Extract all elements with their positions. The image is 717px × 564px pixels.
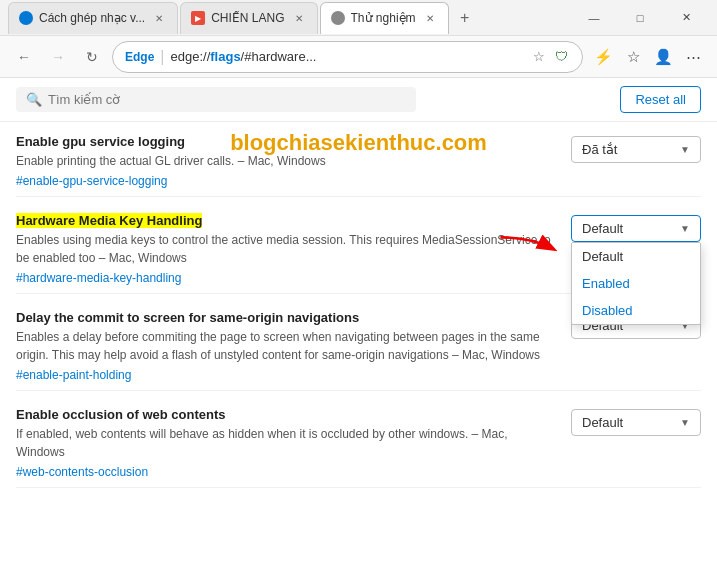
tab-1-favicon (19, 11, 33, 25)
url-bar[interactable]: Edge | edge://flags/#hardware... ☆ 🛡 (112, 41, 583, 73)
more-icon[interactable]: ⋯ (679, 43, 707, 71)
chevron-down-icon: ▼ (680, 223, 690, 234)
url-flags: flags (210, 49, 240, 64)
search-wrap: 🔍 (16, 87, 416, 112)
flag-info-delay: Delay the commit to screen for same-orig… (16, 310, 555, 382)
flag-control-media: Default ▼ Default Enabled Disabled (571, 215, 701, 242)
tab-2-favicon: ▶ (191, 11, 205, 25)
dropdown-gpu-value: Đã tắt (582, 142, 617, 157)
flag-desc-occlusion: If enabled, web contents will behave as … (16, 425, 555, 461)
tab-3[interactable]: Thử nghiệm ✕ (320, 2, 449, 34)
dropdown-occlusion-button[interactable]: Default ▼ (571, 409, 701, 436)
url-suffix: /#hardware... (241, 49, 317, 64)
search-icon: 🔍 (26, 92, 42, 107)
dropdown-option-disabled[interactable]: Disabled (572, 297, 700, 324)
flag-control-occlusion: Default ▼ (571, 409, 701, 436)
flag-control-gpu: Đã tắt ▼ (571, 136, 701, 163)
tab-3-favicon (331, 11, 345, 25)
flag-desc-delay: Enables a delay before commiting the pag… (16, 328, 555, 364)
flag-info-occlusion: Enable occlusion of web contents If enab… (16, 407, 555, 479)
tab-2-label: CHIẾN LANG (211, 11, 284, 25)
flag-title-highlighted: Hardware Media Key Handling (16, 213, 202, 228)
addressbar: ← → ↻ Edge | edge://flags/#hardware... ☆… (0, 36, 717, 78)
tab-1[interactable]: Cách ghép nhạc v... ✕ (8, 2, 178, 34)
flag-info-gpu: Enable gpu service logging Enable printi… (16, 134, 555, 188)
flag-item-hardware-media: Hardware Media Key Handling Enables usin… (16, 213, 701, 294)
chevron-down-icon: ▼ (680, 417, 690, 428)
search-input[interactable] (48, 92, 406, 107)
collections-icon[interactable]: ⚡ (589, 43, 617, 71)
tab-2[interactable]: ▶ CHIẾN LANG ✕ (180, 2, 317, 34)
dropdown-media-value: Default (582, 221, 623, 236)
new-tab-button[interactable]: + (451, 4, 479, 32)
flag-desc-gpu: Enable printing the actual GL driver cal… (16, 152, 555, 170)
tab-1-close[interactable]: ✕ (151, 10, 167, 26)
chevron-down-icon: ▼ (680, 144, 690, 155)
flag-desc-media: Enables using media keys to control the … (16, 231, 555, 267)
flag-item-gpu-logging: Enable gpu service logging Enable printi… (16, 134, 701, 197)
tab-3-close[interactable]: ✕ (422, 10, 438, 26)
dropdown-gpu: Đã tắt ▼ (571, 136, 701, 163)
dropdown-option-enabled[interactable]: Enabled (572, 270, 700, 297)
flag-link-gpu[interactable]: #enable-gpu-service-logging (16, 174, 167, 188)
window-controls: — □ ✕ (571, 2, 709, 34)
content-area: blogchiasekienthuc.com Enable gpu servic… (0, 122, 717, 560)
back-button[interactable]: ← (10, 43, 38, 71)
dropdown-option-default[interactable]: Default (572, 243, 700, 270)
tab-2-close[interactable]: ✕ (291, 10, 307, 26)
close-button[interactable]: ✕ (663, 2, 709, 34)
dropdown-occlusion-value: Default (582, 415, 623, 430)
refresh-button[interactable]: ↻ (78, 43, 106, 71)
minimize-button[interactable]: — (571, 2, 617, 34)
favorites-icon[interactable]: ☆ (619, 43, 647, 71)
reset-all-button[interactable]: Reset all (620, 86, 701, 113)
dropdown-occlusion: Default ▼ (571, 409, 701, 436)
flag-item-web-occlusion: Enable occlusion of web contents If enab… (16, 407, 701, 488)
flag-title-gpu: Enable gpu service logging (16, 134, 555, 149)
edge-logo: Edge (125, 50, 154, 64)
dropdown-gpu-button[interactable]: Đã tắt ▼ (571, 136, 701, 163)
flag-title-delay: Delay the commit to screen for same-orig… (16, 310, 555, 325)
dropdown-media: Default ▼ Default Enabled Disabled (571, 215, 701, 242)
titlebar: Cách ghép nhạc v... ✕ ▶ CHIẾN LANG ✕ Thử… (0, 0, 717, 36)
favorite-icon[interactable]: ☆ (530, 48, 548, 66)
flag-title-media: Hardware Media Key Handling (16, 213, 555, 228)
url-text: edge://flags/#hardware... (171, 49, 525, 64)
flag-link-occlusion[interactable]: #web-contents-occlusion (16, 465, 148, 479)
flag-link-delay[interactable]: #enable-paint-holding (16, 368, 131, 382)
tabs-container: Cách ghép nhạc v... ✕ ▶ CHIẾN LANG ✕ Thử… (8, 0, 563, 35)
dropdown-media-menu: Default Enabled Disabled (571, 242, 701, 325)
url-prefix: edge:// (171, 49, 211, 64)
shield-icon[interactable]: 🛡 (552, 48, 570, 66)
flag-title-occlusion: Enable occlusion of web contents (16, 407, 555, 422)
flag-link-media[interactable]: #hardware-media-key-handling (16, 271, 181, 285)
url-icons: ☆ 🛡 (530, 48, 570, 66)
tab-1-label: Cách ghép nhạc v... (39, 11, 145, 25)
searchbar-row: 🔍 Reset all (0, 78, 717, 122)
dropdown-media-button[interactable]: Default ▼ (571, 215, 701, 242)
toolbar-icons: ⚡ ☆ 👤 ⋯ (589, 43, 707, 71)
forward-button[interactable]: → (44, 43, 72, 71)
flag-info-media: Hardware Media Key Handling Enables usin… (16, 213, 555, 285)
tab-3-label: Thử nghiệm (351, 11, 416, 25)
url-divider: | (160, 48, 164, 66)
maximize-button[interactable]: □ (617, 2, 663, 34)
profile-icon[interactable]: 👤 (649, 43, 677, 71)
